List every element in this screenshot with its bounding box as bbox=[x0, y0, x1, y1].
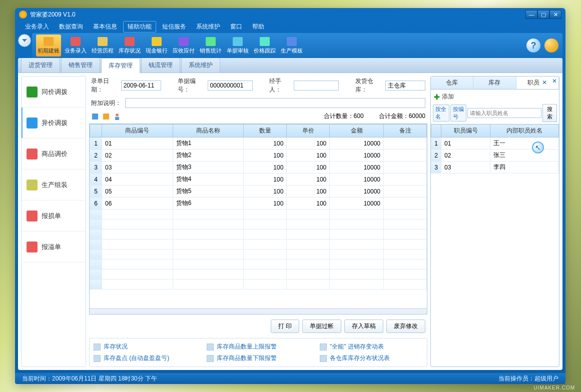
link-item[interactable]: 各仓库库存分布状况表 bbox=[320, 354, 423, 362]
module-tab-进货管理[interactable]: 进货管理 bbox=[21, 58, 60, 72]
rp-tab-库存[interactable]: 库存 bbox=[473, 76, 516, 89]
sidebar-同价调拨[interactable]: 同价调拨 bbox=[22, 76, 86, 108]
menu-帮助[interactable]: 帮助 bbox=[248, 22, 268, 32]
toolbar-现金银行[interactable]: 现金银行 bbox=[144, 34, 169, 56]
table-row[interactable]: 202货物210010010000 bbox=[90, 150, 427, 162]
warehouse-input[interactable] bbox=[385, 80, 425, 90]
menu-数据查询[interactable]: 数据查询 bbox=[55, 22, 87, 32]
toolbar-单据审核[interactable]: 单据审核 bbox=[225, 34, 250, 56]
statusbar: 当前时间：2009年06月11日 星期四 18时30分 下午 当前操作员：超级用… bbox=[15, 373, 565, 384]
toolbar-经营历程[interactable]: 经营历程 bbox=[90, 34, 115, 56]
svg-rect-7 bbox=[233, 37, 243, 46]
menu-系统维护[interactable]: 系统维护 bbox=[192, 22, 224, 32]
menu-业务录入[interactable]: 业务录入 bbox=[21, 22, 53, 32]
doc-input[interactable] bbox=[208, 80, 253, 90]
sidebar-报损单[interactable]: 报损单 bbox=[22, 200, 86, 232]
toolbar-初期建账[interactable]: 初期建账 bbox=[36, 34, 61, 56]
menu-窗口[interactable]: 窗口 bbox=[226, 22, 246, 32]
collapse-toolbar-icon[interactable] bbox=[18, 34, 31, 47]
toolbar-销售统计[interactable]: 销售统计 bbox=[198, 34, 223, 56]
horizontal-scrollbar[interactable] bbox=[90, 308, 427, 314]
module-tab-系统维护[interactable]: 系统维护 bbox=[181, 58, 220, 72]
sidebar-报溢单[interactable]: 报溢单 bbox=[22, 232, 86, 262]
panel-close-icon[interactable]: ✕ bbox=[552, 78, 557, 84]
gold-coin-icon[interactable] bbox=[544, 38, 558, 52]
minimize-button[interactable]: — bbox=[525, 10, 537, 19]
note-label: 附加说明： bbox=[91, 99, 121, 108]
add-button[interactable]: ✚ 添加 bbox=[431, 90, 559, 104]
report-icon bbox=[320, 355, 327, 362]
tab-close-icon[interactable]: ✕ bbox=[540, 79, 547, 86]
grid-icon[interactable] bbox=[102, 112, 110, 120]
person-icon[interactable] bbox=[113, 112, 121, 120]
module-tab-钱流管理[interactable]: 钱流管理 bbox=[141, 58, 180, 72]
menu-基本信息[interactable]: 基本信息 bbox=[89, 22, 121, 32]
link-item[interactable]: 库存盘点 (自动盘盈盘亏) bbox=[94, 354, 197, 362]
quick-links: 库存状况库存商品数量上限报警"全能" 进销存变动表库存盘点 (自动盘盈盘亏)库存… bbox=[89, 338, 427, 367]
svg-rect-12 bbox=[27, 148, 38, 160]
filter-code-button[interactable]: 按编号 bbox=[450, 104, 467, 122]
note-input[interactable] bbox=[125, 98, 425, 108]
svg-rect-16 bbox=[92, 114, 98, 120]
status-operator: 当前操作员：超级用户 bbox=[498, 374, 558, 383]
doc-label: 单据编号： bbox=[178, 77, 204, 94]
sidebar-生产组装[interactable]: 生产组装 bbox=[22, 170, 86, 200]
cursor-arrow-icon bbox=[532, 142, 544, 154]
toolbar-生产模板[interactable]: 生产模板 bbox=[279, 34, 304, 56]
table-row[interactable]: 303货物310010010000 bbox=[90, 162, 427, 174]
goods-grid[interactable]: 商品编号商品名称数量单价金额备注101货物110010010000202货物21… bbox=[89, 124, 427, 314]
toolbar-库存状况[interactable]: 库存状况 bbox=[117, 34, 142, 56]
summary-qty: 合计数量：600 bbox=[324, 112, 364, 120]
help-icon[interactable]: ? bbox=[526, 38, 540, 52]
person-input[interactable] bbox=[294, 80, 339, 90]
staff-search-input[interactable] bbox=[467, 108, 541, 118]
table-row[interactable]: 505货物510010010000 bbox=[90, 186, 427, 198]
toolbar-业务录入[interactable]: 业务录入 bbox=[63, 34, 88, 56]
table-row[interactable]: 404货物410010010000 bbox=[90, 174, 427, 186]
person-label: 经手人： bbox=[269, 77, 290, 94]
action-打印[interactable]: 打 印 bbox=[271, 320, 299, 333]
action-存入草稿[interactable]: 存入草稿 bbox=[344, 320, 383, 333]
plus-icon: ✚ bbox=[434, 93, 440, 101]
module-tab-库存管理[interactable]: 库存管理 bbox=[101, 58, 140, 73]
status-time: 当前时间：2009年06月11日 星期四 18时30分 下午 bbox=[22, 374, 157, 383]
titlebar[interactable]: 管家婆2009 V1.0 — ▢ ✕ bbox=[15, 8, 565, 21]
action-单据过帐[interactable]: 单据过帐 bbox=[302, 320, 341, 333]
link-item[interactable]: 库存商品数量上限报警 bbox=[207, 342, 310, 351]
svg-rect-11 bbox=[27, 118, 38, 128]
search-button[interactable]: 搜索 bbox=[542, 104, 557, 122]
svg-rect-3 bbox=[125, 37, 135, 46]
svg-rect-4 bbox=[152, 37, 162, 46]
date-input[interactable] bbox=[121, 80, 161, 90]
building-icon[interactable] bbox=[91, 112, 99, 120]
staff-row[interactable]: 303李四 bbox=[431, 162, 559, 174]
table-row[interactable]: 101货物110010010000 bbox=[90, 138, 427, 150]
link-item[interactable]: 库存商品数量下限报警 bbox=[207, 354, 310, 362]
app-title: 管家婆2009 V1.0 bbox=[30, 10, 76, 19]
menu-短信服务[interactable]: 短信服务 bbox=[158, 22, 190, 32]
svg-rect-17 bbox=[103, 114, 109, 120]
rp-tab-仓库[interactable]: 仓库 bbox=[431, 76, 473, 89]
svg-rect-8 bbox=[260, 37, 270, 46]
svg-rect-15 bbox=[27, 242, 38, 252]
table-row[interactable]: 606货物610010010000 bbox=[90, 198, 427, 210]
toolbar-价格跟踪[interactable]: 价格跟踪 bbox=[252, 34, 277, 56]
action-废弃修改[interactable]: 废弃修改 bbox=[386, 320, 425, 333]
sidebar-异价调拨[interactable]: 异价调拨 bbox=[22, 108, 86, 138]
right-panel-tabs: 仓库库存职员 ✕ bbox=[431, 76, 559, 90]
app-window: 管家婆2009 V1.0 — ▢ ✕ 业务录入数据查询基本信息辅助功能短信服务系… bbox=[15, 8, 565, 384]
report-icon bbox=[207, 355, 214, 362]
report-icon bbox=[207, 344, 214, 350]
sidebar-商品调价[interactable]: 商品调价 bbox=[22, 138, 86, 170]
report-icon bbox=[94, 344, 101, 350]
menubar: 业务录入数据查询基本信息辅助功能短信服务系统维护窗口帮助 bbox=[15, 21, 565, 32]
maximize-button[interactable]: ▢ bbox=[537, 10, 549, 19]
toolbar-应收应付[interactable]: 应收应付 bbox=[171, 34, 196, 56]
close-button[interactable]: ✕ bbox=[549, 10, 561, 19]
wh-label: 发货仓库： bbox=[355, 77, 381, 94]
module-tab-销售管理[interactable]: 销售管理 bbox=[61, 58, 100, 72]
link-item[interactable]: "全能" 进销存变动表 bbox=[320, 342, 423, 351]
filter-fullname-button[interactable]: 按全名 bbox=[433, 104, 449, 122]
link-item[interactable]: 库存状况 bbox=[94, 342, 197, 351]
menu-辅助功能[interactable]: 辅助功能 bbox=[123, 21, 156, 32]
